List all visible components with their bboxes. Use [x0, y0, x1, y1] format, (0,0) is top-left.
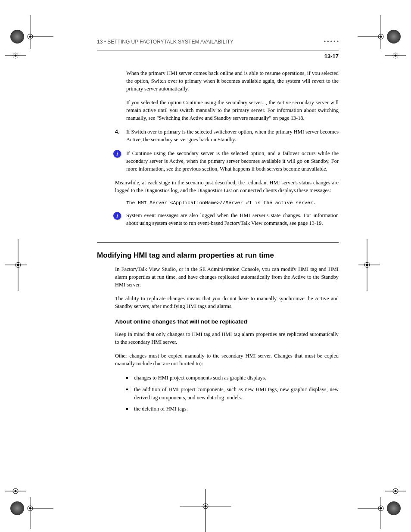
- info-icon: i: [113, 212, 121, 220]
- svg-point-43: [387, 501, 401, 515]
- crop-mark-bottom-right: [354, 477, 406, 529]
- svg-point-27: [205, 505, 207, 507]
- crop-mark-bottom-left: [5, 477, 57, 529]
- heading-2: Modifying HMI tag and alarm properties a…: [97, 251, 339, 260]
- section-number: 13-17: [97, 50, 339, 59]
- svg-point-11: [380, 36, 382, 38]
- svg-point-2: [28, 34, 33, 39]
- svg-point-29: [13, 488, 18, 494]
- paragraph: In FactoryTalk View Studio, or in the SE…: [115, 266, 339, 289]
- list-item: the addition of HMI project components, …: [126, 386, 339, 401]
- svg-point-22: [364, 262, 370, 268]
- paragraph: Meanwhile, at each stage in the scenario…: [115, 179, 339, 195]
- note-2: i System event messages are also logged …: [126, 212, 339, 227]
- svg-point-32: [28, 506, 33, 511]
- crop-mark-mid-right: [354, 239, 406, 291]
- bullet-list: changes to HMI project components such a…: [126, 374, 339, 413]
- svg-point-14: [393, 53, 398, 58]
- step-number: 4.: [115, 128, 126, 136]
- svg-point-3: [29, 36, 31, 38]
- page-content: 13 • SETTING UP FACTORYTALK SYSTEM AVAIL…: [97, 39, 339, 417]
- note-text: System event messages are also logged wh…: [126, 212, 339, 226]
- svg-point-18: [16, 262, 21, 268]
- paragraph: When the primary HMI server comes back o…: [126, 70, 339, 93]
- svg-point-6: [13, 53, 18, 58]
- header-right: • • • • •: [324, 39, 339, 45]
- list-item: the deletion of HMI tags.: [126, 405, 339, 413]
- page-header: 13 • SETTING UP FACTORYTALK SYSTEM AVAIL…: [97, 39, 339, 50]
- svg-point-19: [17, 264, 19, 266]
- note-text: If Continue using the secondary server i…: [126, 150, 339, 172]
- svg-point-26: [203, 504, 208, 509]
- step-text: If Switch over to primary is the selecte…: [126, 129, 339, 143]
- crop-mark-bottom-center: [180, 480, 231, 532]
- code-sample: The HMI Server <ApplicationName>//Server…: [126, 200, 339, 206]
- svg-point-40: [378, 506, 383, 511]
- svg-point-0: [10, 30, 24, 44]
- note-1: i If Continue using the secondary server…: [126, 150, 339, 173]
- svg-point-41: [380, 507, 382, 510]
- svg-point-23: [366, 264, 368, 266]
- header-left: 13 • SETTING UP FACTORYTALK SYSTEM AVAIL…: [97, 39, 234, 45]
- svg-point-30: [15, 490, 17, 492]
- svg-point-37: [393, 488, 398, 494]
- crop-mark-top-right: [354, 15, 406, 67]
- svg-point-35: [10, 501, 24, 515]
- paragraph: Keep in mind that only changes to HMI ta…: [115, 331, 339, 346]
- paragraph: Other changes must be copied manually to…: [115, 352, 339, 368]
- divider: [97, 242, 339, 243]
- paragraph: The ability to replicate changes means t…: [115, 295, 339, 311]
- svg-point-33: [29, 507, 31, 510]
- info-icon: i: [113, 150, 121, 158]
- list-item: changes to HMI project components such a…: [126, 374, 339, 382]
- svg-point-10: [378, 34, 383, 39]
- svg-point-38: [395, 490, 397, 492]
- crop-mark-mid-left: [5, 239, 57, 291]
- step-4: 4.If Switch over to primary is the selec…: [115, 128, 339, 144]
- crop-mark-top-left: [5, 15, 57, 67]
- svg-point-7: [15, 55, 17, 57]
- paragraph: If you selected the option Continue usin…: [126, 99, 339, 122]
- heading-3: About online changes that will not be re…: [115, 318, 339, 325]
- svg-point-15: [395, 55, 397, 57]
- svg-point-8: [387, 30, 401, 44]
